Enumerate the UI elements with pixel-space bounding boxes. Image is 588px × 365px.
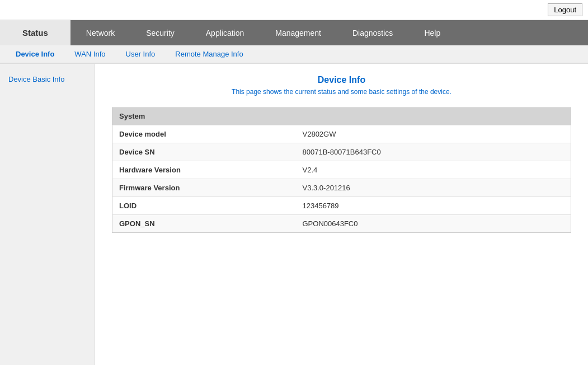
- sub-nav: Device Info WAN Info User Info Remote Ma…: [0, 45, 588, 64]
- row-value: V3.3.0-201216: [296, 179, 571, 197]
- row-label: Device model: [112, 125, 296, 143]
- table-row: GPON_SN GPON00643FC0: [112, 215, 571, 233]
- table-row: Firmware Version V3.3.0-201216: [112, 179, 571, 197]
- sidebar-item-device-basic-info[interactable]: Device Basic Info: [0, 69, 95, 89]
- nav-item-help[interactable]: Help: [408, 20, 456, 45]
- table-row: Hardware Version V2.4: [112, 161, 571, 179]
- sub-nav-wan-info[interactable]: WAN Info: [64, 45, 115, 63]
- system-info-table: System Device model V2802GW Device SN 80…: [112, 107, 571, 233]
- sidebar: Device Basic Info: [0, 64, 95, 365]
- nav-item-security[interactable]: Security: [130, 20, 190, 45]
- content-layout: Device Basic Info Device Info This page …: [0, 64, 588, 365]
- section-header-system: System: [112, 107, 571, 125]
- table-row: Device SN 80071B-80071B643FC0: [112, 143, 571, 161]
- row-value: 80071B-80071B643FC0: [296, 143, 571, 161]
- top-bar: Logout: [0, 0, 588, 20]
- row-label: Firmware Version: [112, 179, 296, 197]
- row-label: GPON_SN: [112, 215, 296, 233]
- row-value: V2802GW: [296, 125, 571, 143]
- row-value: 123456789: [296, 197, 571, 215]
- sub-nav-remote-manage-info[interactable]: Remote Manage Info: [165, 45, 253, 63]
- sub-nav-device-info[interactable]: Device Info: [6, 45, 64, 63]
- nav-item-diagnostics[interactable]: Diagnostics: [337, 20, 408, 45]
- logout-button[interactable]: Logout: [548, 3, 582, 16]
- nav-item-management[interactable]: Management: [260, 20, 337, 45]
- row-label: Hardware Version: [112, 161, 296, 179]
- row-value: GPON00643FC0: [296, 215, 571, 233]
- row-label: LOID: [112, 197, 296, 215]
- page-subtitle: This page shows the current status and s…: [112, 88, 571, 96]
- nav-item-application[interactable]: Application: [190, 20, 260, 45]
- table-row: Device model V2802GW: [112, 125, 571, 143]
- nav-item-network[interactable]: Network: [70, 20, 130, 45]
- table-row: LOID 123456789: [112, 197, 571, 215]
- main-nav: Status Network Security Application Mana…: [0, 20, 588, 45]
- main-content: Device Info This page shows the current …: [95, 64, 588, 365]
- row-label: Device SN: [112, 143, 296, 161]
- row-value: V2.4: [296, 161, 571, 179]
- status-tab[interactable]: Status: [0, 20, 70, 45]
- page-title: Device Info: [112, 75, 571, 85]
- sub-nav-user-info[interactable]: User Info: [116, 45, 166, 63]
